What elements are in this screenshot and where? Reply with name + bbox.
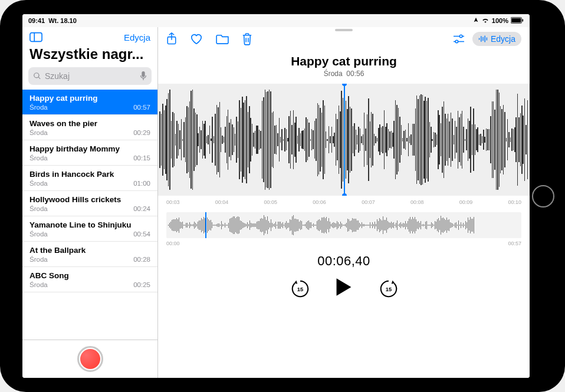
grab-handle[interactable] — [335, 29, 353, 31]
recording-item-day: Środa — [29, 180, 48, 187]
recording-item-duration: 00:25 — [133, 281, 150, 288]
edit-recording-button[interactable]: Edycja — [472, 32, 521, 46]
play-button[interactable] — [335, 277, 353, 299]
skip-forward-button[interactable]: 15 — [379, 279, 398, 298]
overview-timeline: 00:00 00:57 — [158, 239, 530, 248]
svg-text:15: 15 — [297, 286, 304, 292]
svg-rect-5 — [142, 71, 144, 77]
overview-playhead[interactable] — [205, 212, 206, 238]
location-icon — [473, 17, 479, 24]
svg-point-9 — [459, 35, 462, 38]
status-time: 09:41 — [28, 17, 45, 24]
status-bar: 09:41 Wt. 18.10 100% — [22, 14, 530, 27]
recording-item[interactable]: Waves on the pier Środa00:29 — [22, 115, 157, 140]
recording-item[interactable]: Yamanote Line to Shinjuku Środa00:54 — [22, 216, 157, 242]
battery-pct: 100% — [492, 17, 508, 24]
recording-item-duration: 00:57 — [133, 104, 150, 111]
recording-item[interactable]: Happy cat purring Środa00:57 — [22, 90, 157, 115]
recording-item[interactable]: Birds in Hancock Park Środa01:00 — [22, 166, 157, 191]
svg-rect-2 — [522, 19, 523, 21]
recording-item[interactable]: At the Ballpark Środa00:28 — [22, 242, 157, 267]
options-icon[interactable] — [452, 34, 465, 44]
search-placeholder: Szukaj — [45, 71, 136, 81]
waveform-icon — [478, 35, 488, 43]
edit-recording-label: Edycja — [491, 34, 515, 44]
svg-point-11 — [455, 40, 458, 43]
waveform-overview[interactable] — [166, 212, 521, 238]
recording-item-title: Hollywood Hills crickets — [29, 195, 150, 204]
recording-item[interactable]: ABC Song Środa00:25 — [22, 267, 157, 292]
recording-item-day: Środa — [29, 129, 48, 136]
sidebar-title: Wszystkie nagr... — [22, 45, 157, 67]
trash-icon[interactable] — [242, 32, 252, 45]
recording-item-duration: 00:29 — [133, 129, 150, 136]
recording-item-duration: 00:15 — [133, 154, 150, 162]
recordings-list: Happy cat purring Środa00:57Waves on the… — [22, 90, 157, 340]
zoom-timeline: 00:0300:0400:0500:0600:0700:0800:0900:10 — [158, 198, 530, 207]
recording-item-day: Środa — [29, 205, 48, 212]
playhead[interactable] — [344, 84, 345, 196]
recording-item-duration: 00:54 — [133, 230, 150, 238]
ipad-device-frame: 09:41 Wt. 18.10 100% — [0, 0, 565, 392]
sidebar-edit-button[interactable]: Edycja — [124, 32, 150, 42]
screen: 09:41 Wt. 18.10 100% — [22, 14, 530, 378]
recording-item-title: Yamanote Line to Shinjuku — [29, 220, 150, 229]
skip-back-button[interactable]: 15 — [290, 279, 309, 298]
recording-item-title: Birds in Hancock Park — [29, 170, 150, 179]
favorite-icon[interactable] — [190, 32, 203, 45]
recording-item-day: Środa — [29, 256, 48, 263]
recording-subtitle: Środa 00:56 — [158, 70, 530, 78]
recording-item[interactable]: Happy birthday Mommy Środa00:15 — [22, 140, 157, 166]
search-icon — [33, 72, 41, 80]
wifi-icon — [481, 17, 490, 24]
recording-item-title: Happy cat purring — [29, 94, 150, 103]
recording-title[interactable]: Happy cat purring — [158, 54, 530, 68]
timecode: 00:06,40 — [158, 253, 530, 269]
record-button[interactable] — [77, 346, 103, 372]
recording-item[interactable]: Hollywood Hills crickets Środa00:24 — [22, 191, 157, 216]
recording-item-title: Waves on the pier — [29, 119, 150, 128]
recording-item-title: ABC Song — [29, 271, 150, 280]
status-date: Wt. 18.10 — [48, 17, 77, 24]
recording-item-day: Środa — [29, 281, 48, 288]
waveform-zoom[interactable] — [158, 84, 530, 196]
folder-icon[interactable] — [216, 32, 229, 45]
home-button[interactable] — [532, 185, 554, 207]
svg-rect-1 — [511, 18, 521, 22]
sidebar: Edycja Wszystkie nagr... Szukaj Happy ca… — [22, 27, 158, 378]
main-panel: Edycja Happy cat purring Środa 00:56 00:… — [158, 27, 530, 378]
battery-icon — [511, 17, 524, 25]
share-icon[interactable] — [166, 32, 177, 45]
recording-item-title: Happy birthday Mommy — [29, 144, 150, 153]
recording-item-duration: 01:00 — [133, 180, 150, 187]
recording-item-day: Środa — [29, 104, 48, 111]
svg-rect-3 — [30, 33, 42, 42]
record-indicator — [80, 349, 100, 369]
recording-item-title: At the Ballpark — [29, 246, 150, 255]
sidebar-toggle-icon[interactable] — [29, 32, 42, 42]
recording-item-day: Środa — [29, 154, 48, 162]
mic-icon[interactable] — [140, 71, 147, 81]
recording-item-day: Środa — [29, 230, 48, 238]
search-input[interactable]: Szukaj — [28, 67, 152, 85]
svg-text:15: 15 — [386, 286, 392, 292]
recording-item-duration: 00:24 — [133, 205, 150, 212]
recording-item-duration: 00:28 — [133, 256, 150, 263]
